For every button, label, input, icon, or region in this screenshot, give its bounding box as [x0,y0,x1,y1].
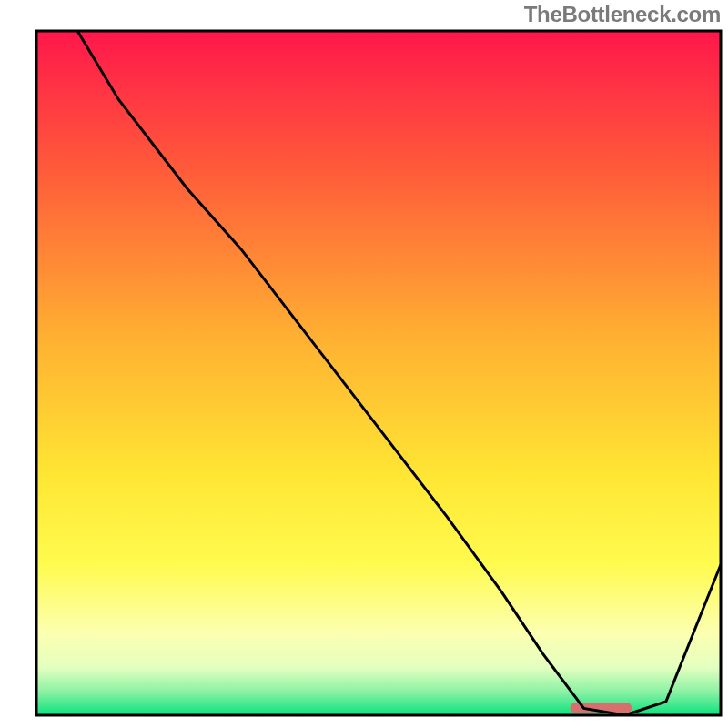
bottleneck-chart [0,0,728,728]
plot-background [36,31,721,715]
chart-container: TheBottleneck.com [0,0,728,728]
